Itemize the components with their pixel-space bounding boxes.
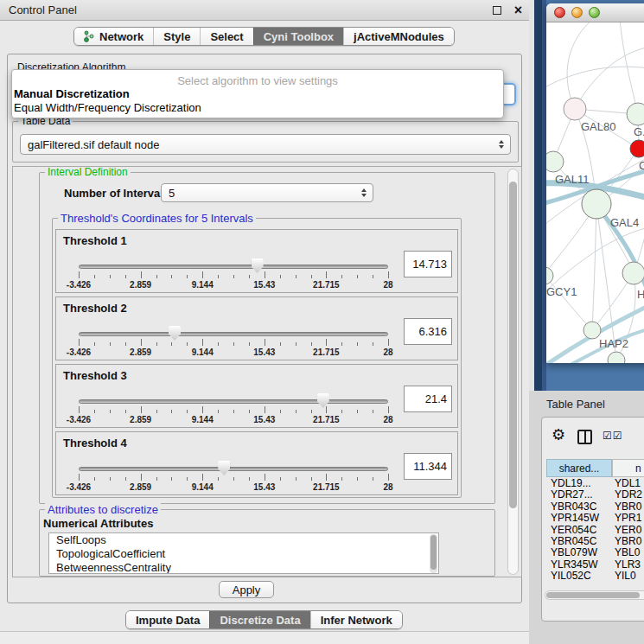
threshold-panel-threshold-3: Threshold 3-3.4262.8599.14415.4321.71528… [55,364,458,428]
node-label: HAP2 [599,337,628,350]
threshold-value-field[interactable]: 14.713 [404,251,452,277]
column-header-1[interactable]: shared... [546,459,612,477]
threshold-value-field[interactable]: 11.344 [404,453,452,480]
column-header-2[interactable]: n [612,459,644,477]
tab-infer-network[interactable]: Infer Network [310,611,402,628]
node-label: GAL80 [581,120,615,133]
attribute-item-selfloops[interactable]: SelfLoops [49,533,438,547]
threshold-value-field[interactable]: 21.4 [404,386,452,412]
top-tab-bar: NetworkStyleSelectCyni ToolboxjActiveMNo… [73,27,455,46]
tab-label: Infer Network [321,614,392,627]
table-data-select[interactable]: galFiltered.sif default node [20,134,511,155]
table-cell: YBR0 [612,535,644,546]
table-data-group: Table Data galFiltered.sif default node [12,121,519,163]
tab-cyni-toolbox[interactable]: Cyni Toolbox [253,28,343,45]
settings-scroll-panel: Interval Definition Number of Intervals … [12,166,522,577]
network-node-g[interactable] [627,103,644,125]
threshold-panel-threshold-1: Threshold 1-3.4262.8599.14415.4321.71528… [55,229,458,293]
zoom-window-icon[interactable] [589,7,600,18]
bottom-tab-bar: Impute DataDiscretize DataInfer Network [125,610,403,629]
thresholds-group-title: Threshold's Coordinates for 5 Intervals [58,212,256,225]
network-node-gal80[interactable] [564,98,586,120]
network-node-gal11[interactable] [546,151,564,172]
algorithm-option-manual-discretization[interactable]: Manual Discretization [12,87,503,101]
select-columns-icon[interactable]: ☑☑ [603,430,623,442]
panel-vertical-scrollbar[interactable] [507,169,519,575]
attributes-listbox: SelfLoopsTopologicalCoefficientBetweenne… [48,532,439,574]
network-view-window: GAL80G.CGAL11GAL4GCY1HHAP2 [546,3,644,363]
num-intervals-label: Number of Intervals [64,187,169,200]
minimize-window-icon[interactable] [571,7,583,18]
algorithm-option-equal-width-frequency-discretization[interactable]: Equal Width/Frequency Discretization [12,101,503,115]
table-cell: YBR043C [546,501,612,512]
slider-ticks [79,474,388,481]
right-region: GAL80G.CGAL11GAL4GCY1HHAP2 Table Panel ⚙… [529,0,644,644]
close-panel-icon[interactable]: × [514,1,522,20]
network-node-gal4[interactable] [582,189,611,219]
algorithm-dropdown-popup: Select algorithm to view settings Manual… [11,69,504,118]
table-row[interactable]: YPR145WYPR1 [546,512,644,523]
numerical-attributes-label: Numerical Attributes [43,517,153,530]
panel-bottom-strip [0,631,529,644]
table-row[interactable]: YBR045CYBR0 [546,535,644,546]
tab-impute-data[interactable]: Impute Data [126,611,209,628]
threshold-slider-track[interactable] [79,265,388,269]
network-icon [84,30,95,42]
node-label: C [639,159,644,172]
network-canvas[interactable]: GAL80G.CGAL11GAL4GCY1HHAP2 [546,22,644,363]
threshold-slider-track[interactable] [79,399,388,404]
gear-icon[interactable]: ⚙ [552,425,565,443]
apply-button[interactable]: Apply [219,581,274,598]
split-view-icon[interactable] [577,430,592,444]
threshold-panel-threshold-2: Threshold 2-3.4262.8599.14415.4321.71528… [55,296,458,360]
table-cell: YDR27... [546,488,612,500]
combo-spinner-icon [361,188,367,198]
float-panel-icon[interactable] [493,6,501,15]
tab-jactivemnodules[interactable]: jActiveMNodules [343,28,454,45]
table-horizontal-scrollbar[interactable] [545,590,644,600]
threshold-slider-track[interactable] [79,332,388,336]
slider-ticks [79,339,388,347]
node-label: GAL4 [610,216,639,229]
table-row[interactable]: YLR345WYLR3 [546,558,644,570]
attributes-scrollbar[interactable] [430,534,437,573]
control-panel: Control Panel × NetworkStyleSelectCyni T… [0,0,529,644]
network-desktop: GAL80G.CGAL11GAL4GCY1HHAP2 [534,0,644,391]
num-intervals-select[interactable]: 5 [161,183,373,202]
table-cell: YBL079W [546,546,612,558]
node-table-panel: ⚙ ☑☑ shared...n YDL19...YDL1YDR27...YDR2… [541,417,644,622]
thresholds-group: Threshold's Coordinates for 5 Intervals … [52,218,462,498]
interval-definition-group: Interval Definition Number of Intervals … [39,172,495,504]
tab-label: Network [99,30,143,43]
network-node-gcy1[interactable] [546,267,553,284]
tab-select[interactable]: Select [200,28,252,45]
attribute-item-topologicalcoefficient[interactable]: TopologicalCoefficient [49,547,438,561]
threshold-panel-threshold-4: Threshold 4-3.4262.8599.14415.4321.71528… [55,431,458,495]
table-cell: YBR0 [612,501,644,512]
network-node[interactable] [608,352,625,363]
algorithm-placeholder-option[interactable]: Select algorithm to view settings [12,70,503,87]
node-label: H [637,288,644,301]
threshold-slider-track[interactable] [79,467,388,471]
network-node-h[interactable] [622,262,644,284]
network-node-hap2[interactable] [583,322,601,339]
table-row[interactable]: YDR27...YDR2 [546,488,644,500]
network-window-titlebar[interactable] [546,3,644,22]
tab-style[interactable]: Style [153,28,200,45]
table-row[interactable]: YDL19...YDL1 [546,477,644,488]
tab-discretize-data[interactable]: Discretize Data [209,611,309,628]
table-rows: YDL19...YDL1YDR27...YDR2YBR043CYBR0YPR14… [546,477,644,583]
tab-network[interactable]: Network [74,28,153,45]
table-panel-region: Table Panel ⚙ ☑☑ shared...n YDL19...YDL1… [529,391,644,644]
table-row[interactable]: YBR043CYBR0 [546,501,644,512]
table-row[interactable]: YER054CYER0 [546,524,644,535]
attribute-item-betweennesscentrality[interactable]: BetweennessCentrality [49,561,438,574]
table-data-selected-value: galFiltered.sif default node [28,135,159,155]
table-row[interactable]: YIL052CYIL0 [546,570,644,581]
threshold-value-field[interactable]: 6.316 [404,318,452,345]
table-row[interactable]: YBL079WYBL0 [546,546,644,558]
table-cell: YER054C [546,524,612,535]
network-node-c[interactable] [630,140,644,157]
slider-ticks [79,271,388,279]
close-window-icon[interactable] [554,7,565,18]
